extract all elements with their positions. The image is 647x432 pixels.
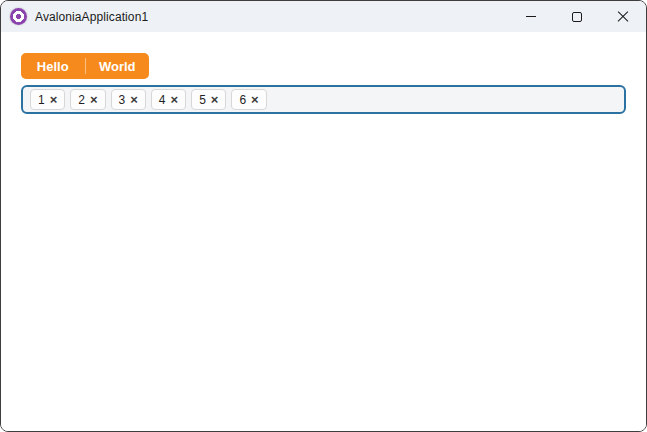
chip-remove-button[interactable]: ×	[90, 93, 98, 106]
avalonia-logo-icon	[10, 8, 27, 25]
chip-remove-button[interactable]: ×	[251, 93, 259, 106]
chip-remove-button[interactable]: ×	[211, 93, 219, 106]
chip-5: 5 ×	[191, 89, 226, 110]
app-window: AvaloniaApplication1 Hello World 1 ×	[0, 0, 647, 432]
world-button[interactable]: World	[86, 53, 150, 79]
window-title: AvaloniaApplication1	[35, 10, 148, 24]
chip-2: 2 ×	[70, 89, 105, 110]
caption-buttons	[508, 1, 646, 32]
chip-6: 6 ×	[231, 89, 266, 110]
chip-label: 3	[119, 93, 126, 107]
chip-label: 2	[78, 93, 85, 107]
chip-label: 6	[239, 93, 246, 107]
chip-remove-button[interactable]: ×	[130, 93, 138, 106]
close-button[interactable]	[600, 1, 646, 32]
maximize-icon	[572, 12, 582, 22]
hello-world-button-bar: Hello World	[21, 53, 149, 79]
chip-remove-button[interactable]: ×	[50, 93, 58, 106]
chip-4: 4 ×	[151, 89, 186, 110]
maximize-button[interactable]	[554, 1, 600, 32]
close-icon	[617, 11, 629, 23]
minimize-icon	[526, 16, 536, 17]
chip-label: 1	[38, 93, 45, 107]
main-content: Hello World 1 × 2 × 3 × 4 × 5 ×	[1, 32, 646, 431]
titlebar-left: AvaloniaApplication1	[1, 8, 508, 25]
chip-3: 3 ×	[111, 89, 146, 110]
chip-remove-button[interactable]: ×	[171, 93, 179, 106]
minimize-button[interactable]	[508, 1, 554, 32]
chip-label: 5	[199, 93, 206, 107]
chip-label: 4	[159, 93, 166, 107]
tag-input-box[interactable]: 1 × 2 × 3 × 4 × 5 × 6 ×	[21, 85, 626, 114]
chip-1: 1 ×	[30, 89, 65, 110]
titlebar: AvaloniaApplication1	[1, 1, 646, 32]
hello-button[interactable]: Hello	[21, 53, 85, 79]
